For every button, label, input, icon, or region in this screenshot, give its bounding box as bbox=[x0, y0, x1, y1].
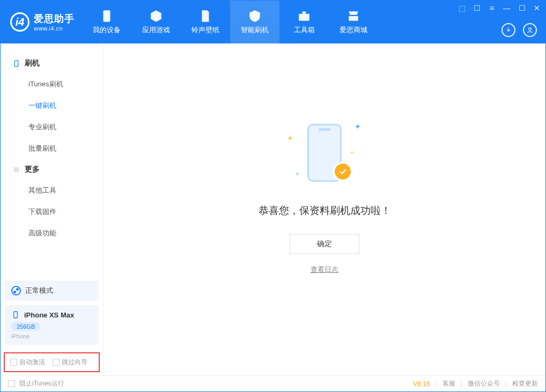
wechat-link[interactable]: 微信公众号 bbox=[468, 379, 500, 388]
tab-label: 工具箱 bbox=[294, 25, 315, 35]
app-name: 爱思助手 bbox=[34, 12, 75, 25]
maximize-button[interactable]: ☐ bbox=[518, 4, 526, 12]
auto-activate-option[interactable]: 自动激活 bbox=[10, 358, 45, 367]
sidebar-item-batch-flash[interactable]: 批量刷机 bbox=[1, 138, 103, 159]
tab-label: 铃声壁纸 bbox=[191, 25, 219, 35]
store-icon bbox=[346, 9, 360, 23]
separator: | bbox=[461, 380, 462, 388]
tab-toolbox[interactable]: 工具箱 bbox=[279, 1, 329, 43]
sidebar-item-pro-flash[interactable]: 专业刷机 bbox=[1, 116, 103, 138]
sidebar-item-advanced[interactable]: 高级功能 bbox=[1, 223, 103, 244]
footer: 阻止iTunes运行 V8.16 | 客服 | 微信公众号 | 检查更新 bbox=[1, 375, 545, 391]
group-title: 更多 bbox=[25, 165, 40, 174]
checkbox-icon bbox=[10, 359, 17, 366]
option-label: 跳过向导 bbox=[62, 358, 87, 366]
sparkle-icon: ✦ bbox=[295, 171, 299, 177]
phone-icon bbox=[100, 9, 114, 23]
header-actions bbox=[501, 23, 537, 37]
top-tabs: 我的设备 应用游戏 铃声壁纸 智能刷机 工具箱 爱思商城 bbox=[82, 1, 378, 43]
tab-my-device[interactable]: 我的设备 bbox=[82, 1, 131, 43]
svg-rect-1 bbox=[299, 14, 309, 21]
success-message: 恭喜您，保资料刷机成功啦！ bbox=[259, 204, 391, 218]
svg-rect-4 bbox=[14, 60, 18, 66]
check-badge-icon bbox=[333, 162, 352, 181]
main-content: ✦ ✦ ✦ ✦ 恭喜您，保资料刷机成功啦！ 确定 查看日志 bbox=[104, 43, 545, 375]
device-icon bbox=[12, 60, 20, 68]
minimize-button[interactable]: — bbox=[503, 4, 511, 12]
tab-label: 智能刷机 bbox=[241, 25, 269, 35]
success-illustration: ✦ ✦ ✦ ✦ bbox=[276, 113, 373, 193]
refresh-shield-icon bbox=[248, 9, 262, 23]
flash-options-box: 自动激活 跳过向导 bbox=[4, 352, 100, 372]
sidebar-group-flash[interactable]: 刷机 bbox=[1, 53, 103, 73]
device-name: iPhone XS Max bbox=[24, 311, 74, 319]
phone-icon bbox=[11, 310, 20, 319]
separator: | bbox=[436, 380, 437, 388]
version-label: V8.16 bbox=[413, 380, 430, 388]
svg-rect-2 bbox=[302, 11, 306, 13]
app-logo: i4 爱思助手 www.i4.cn bbox=[1, 1, 82, 43]
user-icon bbox=[526, 26, 534, 34]
separator: | bbox=[505, 380, 507, 388]
stop-itunes-label[interactable]: 阻止iTunes运行 bbox=[19, 379, 64, 388]
list-icon bbox=[12, 166, 20, 174]
mode-label: 正常模式 bbox=[25, 286, 53, 295]
download-icon bbox=[505, 26, 512, 34]
svg-rect-8 bbox=[14, 312, 18, 318]
mode-card[interactable]: 正常模式 bbox=[5, 280, 99, 301]
support-link[interactable]: 客服 bbox=[442, 379, 455, 388]
window-controls: ⬚ ☐ ≡ — ☐ ✕ bbox=[458, 4, 541, 12]
sidebar-item-download-firmware[interactable]: 下载固件 bbox=[1, 201, 103, 223]
tab-label: 应用游戏 bbox=[142, 25, 170, 35]
tab-flash[interactable]: 智能刷机 bbox=[230, 1, 279, 43]
close-button[interactable]: ✕ bbox=[533, 4, 541, 12]
sidebar-item-other-tools[interactable]: 其他工具 bbox=[1, 180, 103, 201]
device-card[interactable]: iPhone XS Max 256GB iPhone bbox=[5, 305, 99, 345]
checkbox-icon bbox=[53, 359, 60, 366]
checkmark-icon bbox=[338, 167, 348, 176]
device-subtype: iPhone bbox=[11, 333, 92, 339]
menu-icon[interactable]: ≡ bbox=[488, 4, 496, 12]
tab-ringtones-wallpapers[interactable]: 铃声壁纸 bbox=[181, 1, 230, 43]
lock-icon[interactable]: ☐ bbox=[473, 4, 481, 12]
svg-point-3 bbox=[529, 28, 532, 31]
tshirt-icon[interactable]: ⬚ bbox=[458, 4, 466, 12]
logo-icon: i4 bbox=[10, 12, 29, 32]
toolbox-icon bbox=[297, 9, 311, 23]
group-title: 刷机 bbox=[25, 58, 40, 68]
sparkle-icon: ✦ bbox=[287, 134, 293, 143]
ok-button[interactable]: 确定 bbox=[290, 234, 359, 254]
sparkle-icon: ✦ bbox=[355, 122, 361, 131]
account-button[interactable] bbox=[523, 23, 537, 37]
svg-rect-0 bbox=[104, 10, 110, 22]
capacity-badge: 256GB bbox=[11, 322, 40, 331]
cube-icon bbox=[149, 9, 163, 23]
checkbox-icon[interactable] bbox=[8, 380, 15, 387]
sidebar-group-more[interactable]: 更多 bbox=[1, 159, 103, 180]
tab-apps-games[interactable]: 应用游戏 bbox=[131, 1, 181, 43]
download-button[interactable] bbox=[501, 23, 515, 37]
mode-icon bbox=[11, 286, 21, 295]
tab-label: 爱思商城 bbox=[340, 25, 367, 35]
tab-store[interactable]: 爱思商城 bbox=[329, 1, 378, 43]
skip-wizard-option[interactable]: 跳过向导 bbox=[53, 358, 87, 367]
view-log-link[interactable]: 查看日志 bbox=[311, 265, 338, 275]
check-update-link[interactable]: 检查更新 bbox=[512, 379, 538, 388]
sidebar: 刷机 iTunes刷机 一键刷机 专业刷机 批量刷机 更多 其他工具 下载固件 … bbox=[1, 43, 104, 375]
sidebar-item-itunes-flash[interactable]: iTunes刷机 bbox=[1, 73, 103, 95]
app-header: i4 爱思助手 www.i4.cn 我的设备 应用游戏 铃声壁纸 智能刷机 工具… bbox=[1, 1, 545, 43]
sidebar-item-oneclick-flash[interactable]: 一键刷机 bbox=[1, 95, 103, 116]
tab-label: 我的设备 bbox=[93, 25, 121, 35]
option-label: 自动激活 bbox=[19, 358, 45, 366]
app-url: www.i4.cn bbox=[34, 25, 75, 32]
music-file-icon bbox=[198, 9, 212, 23]
sparkle-icon: ✦ bbox=[350, 150, 354, 156]
